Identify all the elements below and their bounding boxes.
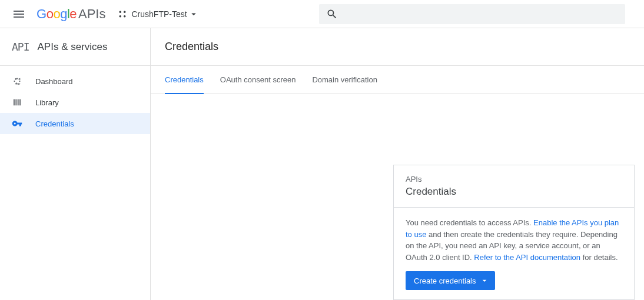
search-container bbox=[319, 4, 625, 24]
hamburger-menu-icon[interactable] bbox=[12, 7, 26, 21]
google-apis-logo[interactable]: Google APIs bbox=[36, 6, 105, 22]
main-content: Credentials Credentials OAuth consent sc… bbox=[151, 28, 644, 300]
card-text: You need credentials to access APIs. bbox=[406, 218, 533, 227]
dropdown-icon bbox=[188, 9, 199, 19]
tab-oauth-consent[interactable]: OAuth consent screen bbox=[220, 66, 296, 94]
page-header: Credentials bbox=[151, 28, 644, 66]
svg-point-7 bbox=[16, 83, 18, 84]
page-title: Credentials bbox=[165, 41, 218, 53]
project-name: CrushFTP-Test bbox=[131, 9, 187, 19]
tab-bar: Credentials OAuth consent screen Domain … bbox=[151, 66, 644, 94]
svg-point-5 bbox=[19, 81, 20, 82]
svg-rect-9 bbox=[15, 99, 16, 106]
search-icon bbox=[326, 8, 338, 20]
create-credentials-button[interactable]: Create credentials bbox=[406, 271, 495, 290]
project-icon bbox=[117, 9, 128, 19]
sidebar-item-label: Dashboard bbox=[35, 77, 73, 86]
svg-point-4 bbox=[14, 81, 15, 82]
svg-point-3 bbox=[124, 15, 126, 17]
svg-point-0 bbox=[119, 11, 122, 13]
sidebar-item-credentials[interactable]: Credentials bbox=[0, 113, 150, 134]
key-icon bbox=[12, 118, 22, 129]
svg-point-6 bbox=[16, 78, 18, 79]
sidebar-header: API APIs & services bbox=[0, 28, 150, 66]
card-title: Credentials bbox=[406, 186, 622, 198]
api-badge: API bbox=[12, 41, 29, 53]
button-label: Create credentials bbox=[414, 276, 476, 285]
search-box[interactable] bbox=[319, 4, 625, 24]
credentials-card: APIs Credentials You need credentials to… bbox=[393, 165, 635, 300]
project-selector[interactable]: CrushFTP-Test bbox=[117, 9, 198, 19]
svg-rect-11 bbox=[19, 99, 21, 106]
dropdown-icon bbox=[480, 276, 489, 285]
library-icon bbox=[12, 97, 22, 108]
card-body: You need credentials to access APIs. Ena… bbox=[394, 208, 634, 299]
sidebar-item-library[interactable]: Library bbox=[0, 92, 150, 113]
apis-logo-text: APIs bbox=[78, 6, 105, 22]
svg-point-2 bbox=[124, 11, 126, 13]
top-header: Google APIs CrushFTP-Test bbox=[0, 0, 644, 28]
sidebar-item-label: Library bbox=[35, 98, 59, 107]
dashboard-icon bbox=[12, 76, 22, 86]
tab-domain-verification[interactable]: Domain verification bbox=[312, 66, 377, 94]
api-documentation-link[interactable]: Refer to the API documentation bbox=[474, 253, 580, 262]
card-supertitle: APIs bbox=[406, 175, 622, 184]
svg-rect-10 bbox=[18, 99, 19, 106]
svg-rect-8 bbox=[14, 99, 15, 106]
sidebar-title: APIs & services bbox=[38, 41, 108, 53]
svg-point-1 bbox=[119, 15, 122, 17]
google-logo-text: Google bbox=[36, 6, 77, 22]
sidebar-item-label: Credentials bbox=[35, 119, 74, 128]
sidebar-nav: Dashboard Library Credentials bbox=[0, 66, 150, 134]
sidebar: API APIs & services Dashboard Library Cr… bbox=[0, 28, 151, 300]
sidebar-item-dashboard[interactable]: Dashboard bbox=[0, 71, 150, 92]
card-text: for details. bbox=[580, 253, 618, 262]
card-header: APIs Credentials bbox=[394, 165, 634, 208]
tab-credentials[interactable]: Credentials bbox=[165, 66, 204, 94]
